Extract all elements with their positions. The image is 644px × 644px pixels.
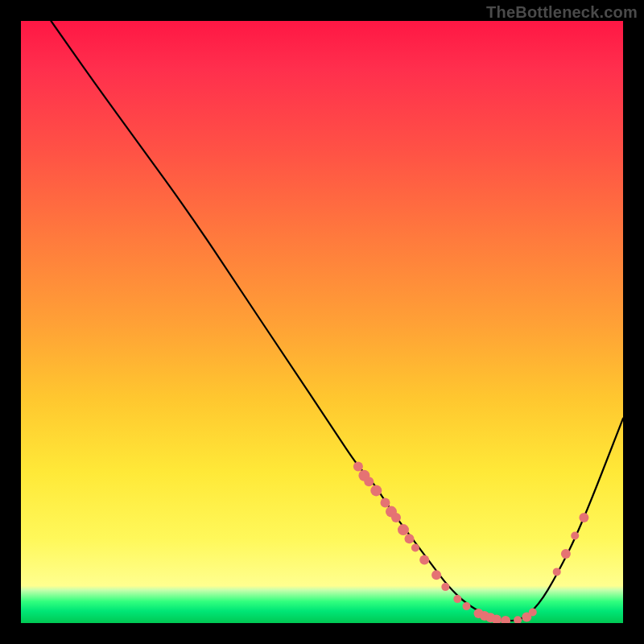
scatter-point xyxy=(501,616,510,623)
scatter-point xyxy=(411,544,419,552)
chart-plot-area xyxy=(21,21,623,623)
scatter-point xyxy=(571,532,579,540)
scatter-point xyxy=(529,609,537,617)
scatter-point xyxy=(391,513,401,522)
scatter-point xyxy=(405,534,415,543)
scatter-point xyxy=(474,609,484,618)
scatter-point xyxy=(579,513,588,522)
scatter-point xyxy=(553,568,561,576)
scatter-point xyxy=(364,477,374,486)
scatter-point xyxy=(492,615,502,624)
chart-curve xyxy=(51,21,623,621)
scatter-point xyxy=(419,555,429,565)
scatter-point xyxy=(370,485,382,496)
chart-scatter-points xyxy=(353,462,589,624)
scatter-point xyxy=(453,595,461,603)
scatter-point xyxy=(358,470,369,481)
watermark-text: TheBottleneck.com xyxy=(486,3,638,22)
scatter-point xyxy=(441,583,449,591)
scatter-point xyxy=(398,524,409,535)
scatter-point xyxy=(386,506,397,518)
scatter-point xyxy=(514,616,522,623)
scatter-point xyxy=(485,613,495,622)
chart-overlay-svg xyxy=(21,21,623,623)
scatter-point xyxy=(463,602,471,610)
scatter-point xyxy=(480,611,489,621)
scatter-point xyxy=(561,549,571,559)
scatter-point xyxy=(353,462,363,472)
scatter-point xyxy=(431,570,441,580)
scatter-point xyxy=(381,497,390,507)
scatter-point xyxy=(522,613,531,622)
